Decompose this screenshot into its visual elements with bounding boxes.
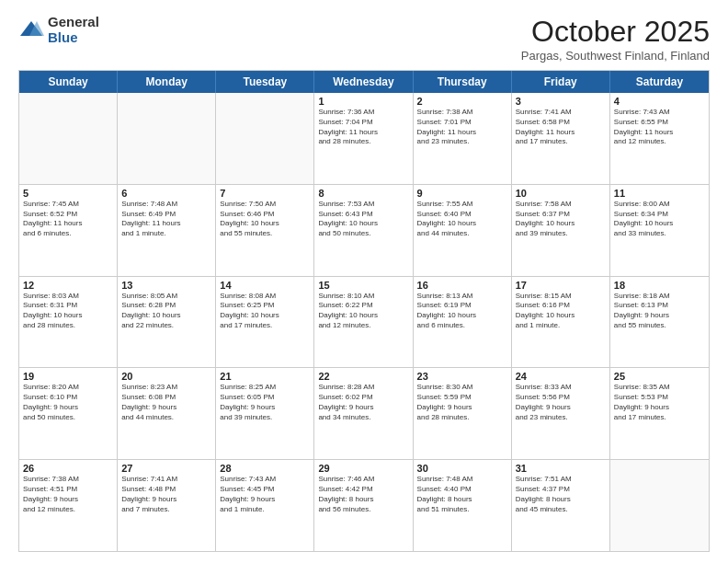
calendar-week-5: 26Sunrise: 7:38 AM Sunset: 4:51 PM Dayli… <box>19 460 709 551</box>
calendar-day-2: 2Sunrise: 7:38 AM Sunset: 7:01 PM Daylig… <box>414 93 512 184</box>
calendar-day-empty <box>19 93 118 184</box>
calendar-day-26: 26Sunrise: 7:38 AM Sunset: 4:51 PM Dayli… <box>19 460 118 551</box>
header-day-sunday: Sunday <box>19 71 118 93</box>
logo: General Blue <box>18 15 99 45</box>
day-info: Sunrise: 8:08 AM Sunset: 6:25 PM Dayligh… <box>220 292 310 331</box>
day-number: 12 <box>23 280 113 291</box>
calendar-week-3: 12Sunrise: 8:03 AM Sunset: 6:31 PM Dayli… <box>19 277 709 369</box>
location: Pargas, Southwest Finland, Finland <box>521 49 710 63</box>
calendar-day-9: 9Sunrise: 7:55 AM Sunset: 6:40 PM Daylig… <box>414 185 512 276</box>
day-number: 9 <box>417 188 507 199</box>
day-number: 18 <box>614 280 705 291</box>
calendar-day-empty <box>118 93 216 184</box>
calendar-week-4: 19Sunrise: 8:20 AM Sunset: 6:10 PM Dayli… <box>19 368 709 460</box>
calendar-day-17: 17Sunrise: 8:15 AM Sunset: 6:16 PM Dayli… <box>512 277 610 368</box>
calendar-day-empty <box>216 93 314 184</box>
logo-general: General <box>48 15 99 30</box>
day-info: Sunrise: 7:48 AM Sunset: 4:40 PM Dayligh… <box>417 475 507 514</box>
day-number: 25 <box>614 371 705 382</box>
day-info: Sunrise: 7:51 AM Sunset: 4:37 PM Dayligh… <box>516 475 606 514</box>
calendar-day-6: 6Sunrise: 7:48 AM Sunset: 6:49 PM Daylig… <box>118 185 216 276</box>
calendar-day-3: 3Sunrise: 7:41 AM Sunset: 6:58 PM Daylig… <box>512 93 610 184</box>
day-number: 19 <box>23 371 113 382</box>
calendar-day-28: 28Sunrise: 7:43 AM Sunset: 4:45 PM Dayli… <box>216 460 314 551</box>
day-number: 15 <box>318 280 408 291</box>
day-number: 14 <box>220 280 310 291</box>
day-info: Sunrise: 8:05 AM Sunset: 6:28 PM Dayligh… <box>121 292 211 331</box>
day-number: 31 <box>516 463 606 474</box>
header-day-thursday: Thursday <box>414 71 512 93</box>
logo-text: General Blue <box>48 15 99 45</box>
day-info: Sunrise: 8:00 AM Sunset: 6:34 PM Dayligh… <box>614 200 705 239</box>
calendar-day-12: 12Sunrise: 8:03 AM Sunset: 6:31 PM Dayli… <box>19 277 118 368</box>
day-info: Sunrise: 7:41 AM Sunset: 6:58 PM Dayligh… <box>516 108 606 147</box>
calendar: SundayMondayTuesdayWednesdayThursdayFrid… <box>18 70 710 552</box>
day-number: 16 <box>417 280 507 291</box>
logo-blue: Blue <box>48 30 99 46</box>
calendar-week-2: 5Sunrise: 7:45 AM Sunset: 6:52 PM Daylig… <box>19 185 709 277</box>
day-number: 26 <box>23 463 113 474</box>
calendar-day-14: 14Sunrise: 8:08 AM Sunset: 6:25 PM Dayli… <box>216 277 314 368</box>
day-number: 17 <box>516 280 606 291</box>
day-info: Sunrise: 7:58 AM Sunset: 6:37 PM Dayligh… <box>516 200 606 239</box>
day-number: 28 <box>220 463 310 474</box>
day-number: 7 <box>220 188 310 199</box>
calendar-day-30: 30Sunrise: 7:48 AM Sunset: 4:40 PM Dayli… <box>414 460 512 551</box>
calendar-day-8: 8Sunrise: 7:53 AM Sunset: 6:43 PM Daylig… <box>314 185 413 276</box>
calendar-day-18: 18Sunrise: 8:18 AM Sunset: 6:13 PM Dayli… <box>610 277 709 368</box>
calendar-day-15: 15Sunrise: 8:10 AM Sunset: 6:22 PM Dayli… <box>314 277 413 368</box>
month-title: October 2025 <box>521 15 710 49</box>
day-number: 10 <box>516 188 606 199</box>
day-number: 22 <box>318 371 408 382</box>
calendar-day-4: 4Sunrise: 7:43 AM Sunset: 6:55 PM Daylig… <box>610 93 709 184</box>
calendar-day-16: 16Sunrise: 8:13 AM Sunset: 6:19 PM Dayli… <box>414 277 512 368</box>
page: General Blue October 2025 Pargas, Southw… <box>0 0 728 563</box>
calendar-day-empty <box>610 460 709 551</box>
header-day-wednesday: Wednesday <box>314 71 413 93</box>
calendar-day-21: 21Sunrise: 8:25 AM Sunset: 6:05 PM Dayli… <box>216 368 314 459</box>
day-info: Sunrise: 8:15 AM Sunset: 6:16 PM Dayligh… <box>516 292 606 331</box>
day-info: Sunrise: 7:38 AM Sunset: 7:01 PM Dayligh… <box>417 108 507 147</box>
day-number: 5 <box>23 188 113 199</box>
header-day-saturday: Saturday <box>610 71 709 93</box>
calendar-week-1: 1Sunrise: 7:36 AM Sunset: 7:04 PM Daylig… <box>19 93 709 185</box>
day-number: 23 <box>417 371 507 382</box>
day-number: 20 <box>121 371 211 382</box>
calendar-day-19: 19Sunrise: 8:20 AM Sunset: 6:10 PM Dayli… <box>19 368 118 459</box>
day-info: Sunrise: 8:30 AM Sunset: 5:59 PM Dayligh… <box>417 383 507 422</box>
day-info: Sunrise: 7:46 AM Sunset: 4:42 PM Dayligh… <box>318 475 408 514</box>
calendar-day-1: 1Sunrise: 7:36 AM Sunset: 7:04 PM Daylig… <box>314 93 413 184</box>
calendar-day-29: 29Sunrise: 7:46 AM Sunset: 4:42 PM Dayli… <box>314 460 413 551</box>
day-info: Sunrise: 7:50 AM Sunset: 6:46 PM Dayligh… <box>220 200 310 239</box>
day-info: Sunrise: 7:36 AM Sunset: 7:04 PM Dayligh… <box>318 108 408 147</box>
calendar-day-10: 10Sunrise: 7:58 AM Sunset: 6:37 PM Dayli… <box>512 185 610 276</box>
calendar-day-11: 11Sunrise: 8:00 AM Sunset: 6:34 PM Dayli… <box>610 185 709 276</box>
day-number: 11 <box>614 188 705 199</box>
day-info: Sunrise: 7:55 AM Sunset: 6:40 PM Dayligh… <box>417 200 507 239</box>
calendar-day-7: 7Sunrise: 7:50 AM Sunset: 6:46 PM Daylig… <box>216 185 314 276</box>
day-number: 27 <box>121 463 211 474</box>
day-info: Sunrise: 7:38 AM Sunset: 4:51 PM Dayligh… <box>23 475 113 514</box>
day-info: Sunrise: 8:10 AM Sunset: 6:22 PM Dayligh… <box>318 292 408 331</box>
day-info: Sunrise: 7:48 AM Sunset: 6:49 PM Dayligh… <box>121 200 211 239</box>
calendar-day-20: 20Sunrise: 8:23 AM Sunset: 6:08 PM Dayli… <box>118 368 216 459</box>
day-info: Sunrise: 8:28 AM Sunset: 6:02 PM Dayligh… <box>318 383 408 422</box>
day-info: Sunrise: 7:45 AM Sunset: 6:52 PM Dayligh… <box>23 200 113 239</box>
day-number: 1 <box>318 96 408 107</box>
calendar-day-31: 31Sunrise: 7:51 AM Sunset: 4:37 PM Dayli… <box>512 460 610 551</box>
header-day-tuesday: Tuesday <box>216 71 314 93</box>
day-info: Sunrise: 8:13 AM Sunset: 6:19 PM Dayligh… <box>417 292 507 331</box>
calendar-body: 1Sunrise: 7:36 AM Sunset: 7:04 PM Daylig… <box>19 93 709 551</box>
calendar-day-22: 22Sunrise: 8:28 AM Sunset: 6:02 PM Dayli… <box>314 368 413 459</box>
calendar-day-13: 13Sunrise: 8:05 AM Sunset: 6:28 PM Dayli… <box>118 277 216 368</box>
day-number: 29 <box>318 463 408 474</box>
title-block: October 2025 Pargas, Southwest Finland, … <box>521 15 710 63</box>
day-number: 13 <box>121 280 211 291</box>
day-number: 24 <box>516 371 606 382</box>
header-day-monday: Monday <box>118 71 216 93</box>
calendar-day-24: 24Sunrise: 8:33 AM Sunset: 5:56 PM Dayli… <box>512 368 610 459</box>
day-number: 6 <box>121 188 211 199</box>
day-info: Sunrise: 8:03 AM Sunset: 6:31 PM Dayligh… <box>23 292 113 331</box>
logo-icon <box>18 17 44 43</box>
day-info: Sunrise: 7:53 AM Sunset: 6:43 PM Dayligh… <box>318 200 408 239</box>
